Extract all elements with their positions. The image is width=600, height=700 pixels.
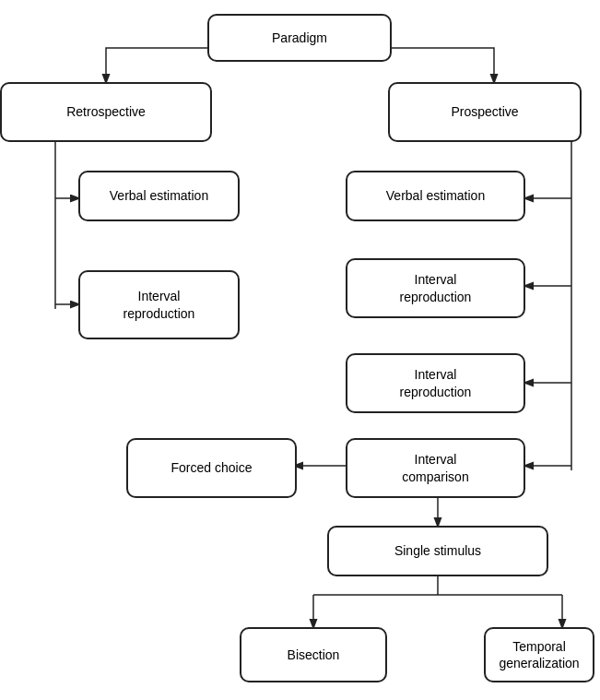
retro-verbal-node: Verbal estimation: [78, 171, 240, 221]
pro-interval1-node: Interval reproduction: [346, 258, 525, 318]
prospective-node: Prospective: [388, 82, 582, 142]
bisection-node: Bisection: [240, 627, 387, 682]
pro-interval2-node: Interval reproduction: [346, 353, 525, 413]
forced-choice-node: Forced choice: [126, 438, 297, 498]
retro-interval-node: Interval reproduction: [78, 270, 240, 339]
interval-comparison-node: Interval comparison: [346, 438, 525, 498]
diagram: Paradigm Retrospective Prospective Verba…: [0, 0, 600, 700]
pro-verbal-node: Verbal estimation: [346, 171, 525, 221]
single-stimulus-node: Single stimulus: [327, 526, 548, 576]
retrospective-node: Retrospective: [0, 82, 212, 142]
paradigm-node: Paradigm: [207, 14, 392, 62]
temporal-gen-node: Temporal generalization: [484, 627, 594, 682]
